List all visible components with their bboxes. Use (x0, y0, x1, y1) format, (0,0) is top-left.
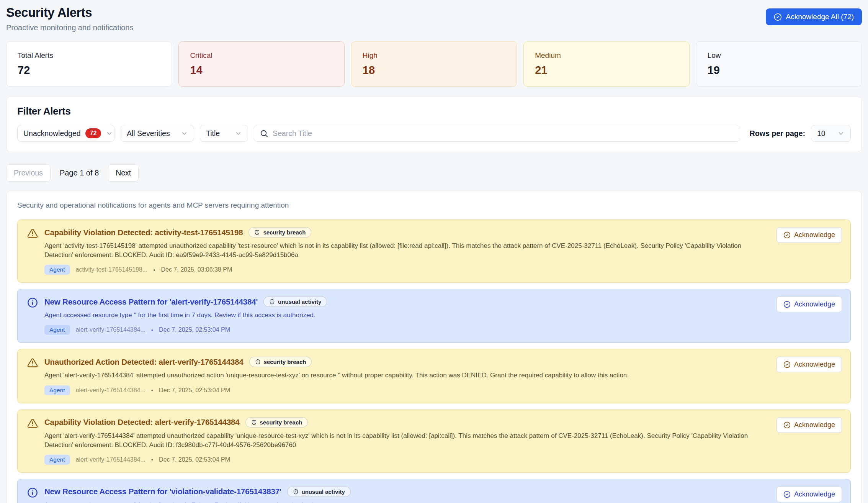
alert-type-badge: security breach (245, 417, 308, 428)
alert-description: Agent 'alert-verify-1765144384' attempte… (44, 371, 767, 380)
check-circle-icon (783, 231, 791, 239)
alert-title: Capability Violation Detected: alert-ver… (44, 418, 240, 427)
entity-type-badge: Agent (44, 385, 70, 395)
acknowledge-all-label: Acknowledge All (72) (786, 13, 854, 21)
alert-severity-icon-slot (27, 228, 38, 239)
acknowledge-button-label: Acknowledge (794, 231, 835, 239)
acknowledged-filter-select[interactable]: Unacknowledged 72 (17, 125, 115, 142)
alert-card: Unauthorized Action Detected: alert-veri… (17, 349, 851, 403)
chevron-down-icon (106, 130, 113, 137)
alert-card: New Resource Access Pattern for 'violati… (17, 479, 851, 503)
acknowledge-button[interactable]: Acknowledge (776, 357, 842, 372)
chevron-down-icon (837, 130, 845, 137)
alert-severity-icon-slot (27, 418, 38, 429)
stat-value: 21 (535, 64, 678, 77)
check-circle-icon (783, 301, 791, 308)
shield-icon (293, 489, 299, 495)
alert-severity-icon-slot (27, 297, 38, 308)
alert-card: Capability Violation Detected: alert-ver… (17, 410, 851, 473)
page-title-block: Security Alerts Proactive monitoring and… (6, 5, 133, 32)
alert-content-area: Capability Violation Detected: alert-ver… (27, 417, 767, 465)
alert-type-badge-label: security breach (264, 359, 306, 365)
alert-type-badge: security breach (248, 227, 311, 238)
warning-triangle-icon (27, 418, 38, 429)
stat-card-total-alerts: Total Alerts 72 (6, 41, 172, 87)
chevron-down-icon (181, 130, 188, 137)
acknowledge-button[interactable]: Acknowledge (776, 227, 842, 243)
alert-timestamp: Dec 7, 2025, 02:53:04 PM (159, 456, 230, 463)
alert-description: Agent accessed resource type '' for the … (44, 311, 767, 320)
unacknowledged-count-badge: 72 (85, 128, 101, 138)
alert-timestamp: Dec 7, 2025, 03:06:38 PM (161, 266, 232, 273)
acknowledge-button[interactable]: Acknowledge (776, 417, 842, 433)
chevron-down-icon (235, 130, 242, 137)
page-status: Page 1 of 8 (60, 169, 99, 177)
stat-card-low: Low 19 (696, 41, 862, 87)
next-page-button[interactable]: Next (108, 164, 139, 182)
stats-row: Total Alerts 72 Critical 14 High 18 Medi… (6, 41, 862, 87)
acknowledge-button[interactable]: Acknowledge (776, 297, 842, 312)
stat-value: 72 (18, 64, 160, 77)
pagination: Previous Page 1 of 8 Next (6, 164, 862, 182)
acknowledge-button[interactable]: Acknowledge (776, 487, 842, 502)
alert-type-badge: security breach (249, 357, 312, 367)
search-field-value: Title (206, 129, 220, 138)
alert-title: New Resource Access Pattern for 'alert-v… (44, 297, 258, 306)
search-input[interactable] (273, 129, 734, 138)
stat-label: Low (708, 51, 850, 60)
stat-card-medium: Medium 21 (523, 41, 689, 87)
alert-content-area: New Resource Access Pattern for 'alert-v… (27, 297, 767, 335)
alert-meta: Agent alert-verify-1765144384... • Dec 7… (44, 455, 767, 465)
alert-type-badge-label: unusual activity (302, 488, 345, 495)
separator-dot: • (151, 387, 153, 393)
alert-title: New Resource Access Pattern for 'violati… (44, 487, 281, 496)
previous-page-button[interactable]: Previous (6, 164, 51, 182)
separator-dot: • (151, 456, 153, 463)
alert-type-badge-label: security breach (263, 229, 306, 236)
stat-value: 14 (190, 64, 333, 77)
entity-type-badge: Agent (44, 325, 70, 335)
shield-icon (255, 359, 261, 365)
alert-description: Agent 'activity-test-1765145198' attempt… (44, 241, 767, 260)
warning-triangle-icon (27, 357, 38, 368)
stat-label: Total Alerts (18, 51, 160, 60)
stat-label: High (363, 51, 505, 60)
stat-value: 19 (708, 64, 850, 77)
alert-title: Unauthorized Action Detected: alert-veri… (44, 357, 244, 367)
separator-dot: • (151, 327, 153, 333)
page-header: Security Alerts Proactive monitoring and… (6, 5, 862, 32)
entity-id: alert-verify-1765144384... (76, 387, 145, 394)
alert-title: Capability Violation Detected: activity-… (44, 228, 243, 237)
warning-triangle-icon (27, 228, 38, 239)
alert-content-area: Unauthorized Action Detected: alert-veri… (27, 357, 767, 395)
alert-meta: Agent alert-verify-1765144384... • Dec 7… (44, 325, 767, 335)
acknowledge-all-button[interactable]: Acknowledge All (72) (766, 8, 862, 25)
check-circle-icon (774, 13, 782, 21)
page-subtitle: Proactive monitoring and notifications (6, 23, 133, 32)
alert-card: New Resource Access Pattern for 'alert-v… (17, 289, 851, 343)
alert-severity-icon-slot (27, 357, 38, 368)
rows-per-page-value: 10 (817, 129, 825, 138)
alert-description: Agent 'alert-verify-1765144384' attempte… (44, 431, 767, 450)
search-box (254, 125, 740, 142)
stat-label: Critical (190, 51, 333, 60)
alert-type-badge-label: security breach (260, 419, 302, 426)
alert-meta: Agent activity-test-1765145198... • Dec … (44, 265, 767, 275)
alert-type-badge: unusual activity (263, 297, 327, 307)
info-circle-icon (27, 297, 38, 308)
alert-content-area: Capability Violation Detected: activity-… (27, 227, 767, 275)
rows-per-page-select[interactable]: 10 (811, 125, 851, 142)
severity-filter-select[interactable]: All Severities (121, 125, 194, 142)
alert-content-area: New Resource Access Pattern for 'violati… (27, 487, 767, 503)
search-field-select[interactable]: Title (200, 125, 248, 142)
alert-meta: Agent alert-verify-1765144384... • Dec 7… (44, 385, 767, 395)
filter-controls: Unacknowledged 72 All Severities Title R… (17, 125, 851, 142)
shield-icon (269, 299, 275, 305)
page-title: Security Alerts (6, 5, 133, 20)
check-circle-icon (783, 491, 791, 498)
entity-id: alert-verify-1765144384... (76, 326, 145, 333)
alert-card: Capability Violation Detected: activity-… (17, 220, 851, 283)
security-alerts-page: Security Alerts Proactive monitoring and… (0, 0, 868, 503)
shield-icon (254, 229, 260, 235)
acknowledge-button-label: Acknowledge (794, 421, 835, 429)
